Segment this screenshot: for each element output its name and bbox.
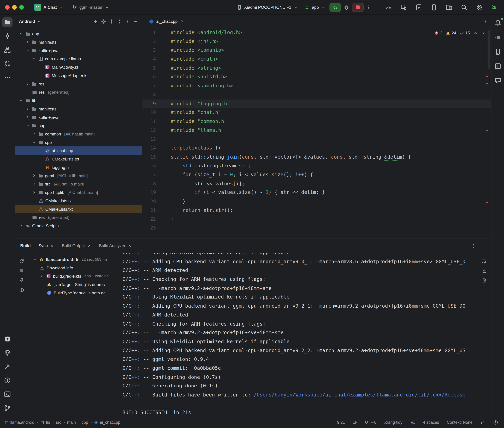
build-tree-item[interactable]: BuildType 'debug' is both de (28, 288, 120, 297)
code-line[interactable]: 10#include "chat.h" (142, 108, 491, 117)
breadcrumb-item[interactable]: lib (40, 420, 50, 425)
code-line[interactable]: 22} (142, 215, 491, 224)
app-insights-button[interactable] (493, 76, 503, 85)
read-write-lock-icon[interactable] (480, 420, 485, 425)
formatter-widget-icon[interactable] (410, 420, 415, 425)
chevron-right-icon[interactable] (25, 82, 30, 86)
soft-wrap-icon[interactable] (481, 258, 487, 264)
code-line[interactable]: 23 (142, 224, 491, 233)
chevron-right-icon[interactable] (32, 132, 36, 136)
code-line[interactable]: 2#include <jni.h> (142, 37, 491, 46)
code-line[interactable]: 8 (142, 91, 491, 99)
todo-tool-button[interactable] (2, 334, 13, 344)
project-tree-item[interactable]: cpp (15, 138, 142, 147)
collapse-all-icon[interactable] (117, 19, 122, 24)
select-opened-file-icon[interactable] (101, 19, 106, 24)
code-line[interactable]: 21 return str.str(); (142, 206, 491, 215)
project-tree-item[interactable]: kotlin+java (15, 46, 142, 55)
warning-count[interactable]: 24 (446, 31, 456, 35)
breadcrumb-item[interactable]: llama.android (4, 420, 34, 425)
project-tree-item[interactable]: CMakeLists.txt (15, 205, 142, 213)
studio-bot-button[interactable] (490, 3, 499, 12)
chevron-right-icon[interactable] (32, 182, 36, 186)
code-line[interactable]: 19 if (i < values.size() - 1) { str << d… (142, 188, 491, 197)
line-number[interactable]: 9 (142, 99, 156, 108)
logcat-button[interactable] (414, 3, 423, 12)
terminal-tool-button[interactable] (2, 389, 13, 399)
zoom-window-button[interactable] (19, 5, 24, 9)
run-more-actions-button[interactable] (365, 4, 372, 11)
pull-requests-tool-button[interactable] (2, 59, 13, 68)
code-line[interactable]: 20 } (142, 197, 491, 206)
project-tree-item[interactable]: CMakeLists.txt (15, 155, 142, 163)
settings-button[interactable] (475, 3, 484, 12)
line-number[interactable]: 15 (142, 153, 156, 162)
line-number[interactable]: 17 (142, 170, 156, 179)
line-number[interactable]: 12 (142, 126, 156, 135)
build-tab[interactable]: Build Output (62, 243, 91, 248)
search-everywhere-button[interactable] (460, 3, 469, 12)
line-number[interactable]: 21 (142, 206, 156, 215)
clear-console-icon[interactable] (481, 278, 487, 283)
commit-tool-button[interactable] (2, 31, 13, 41)
project-tree-item[interactable]: ggml[AiChat.lib.main] (15, 172, 142, 180)
build-tree-item[interactable]: 'jvmTarget: String' is deprec (28, 280, 120, 288)
structure-tool-button[interactable] (2, 45, 13, 54)
caret-position[interactable]: 9:21 (337, 420, 345, 425)
indent-setting[interactable]: 4 spaces (423, 420, 439, 425)
project-view-selector[interactable]: Android (19, 19, 35, 24)
line-number[interactable]: 18 (142, 179, 156, 188)
project-tool-button[interactable] (2, 17, 13, 27)
stop-sync-icon[interactable] (19, 268, 24, 273)
panel-options-icon[interactable] (125, 19, 130, 24)
code-style-config[interactable]: .clang-tidy (384, 420, 402, 425)
profiler-button[interactable] (384, 3, 393, 12)
editor-tab[interactable]: C+ ai_chat.cpp (145, 15, 187, 28)
code-line[interactable]: 11#include "common.h" (142, 117, 491, 126)
line-number[interactable]: 22 (142, 215, 156, 224)
problems-tool-button[interactable] (2, 376, 13, 385)
project-tree-item[interactable]: manifests (15, 38, 142, 46)
error-stripe-mark[interactable] (486, 76, 488, 77)
project-tree-item[interactable]: com.example.llama (15, 55, 142, 63)
chevron-down-icon[interactable] (25, 123, 30, 128)
chevron-down-icon[interactable] (19, 32, 24, 36)
code-line[interactable]: 9#include "logging.h" (142, 99, 491, 108)
breadcrumb-item[interactable]: src (56, 420, 61, 425)
project-tree-item[interactable]: Gradle Scripts (15, 222, 142, 230)
file-encoding[interactable]: UTF-8 (365, 420, 376, 425)
filter-icon[interactable] (19, 287, 24, 293)
device-manager-button[interactable] (429, 3, 438, 12)
device-explorer-button[interactable] (493, 47, 503, 57)
pin-icon[interactable] (19, 278, 24, 283)
dependencies-tool-button[interactable] (2, 348, 13, 358)
error-stripe-mark[interactable] (486, 83, 488, 84)
project-widget[interactable]: AC AiChat (32, 2, 66, 12)
close-icon[interactable] (50, 244, 54, 248)
line-number[interactable]: 1 (142, 28, 156, 37)
build-tab[interactable]: Build Analyzer (99, 243, 132, 248)
project-tree-item[interactable]: kotlin+java (15, 113, 142, 121)
build-tree-item[interactable]: Download info (28, 263, 120, 272)
line-number[interactable]: 16 (142, 162, 156, 170)
project-tree-item[interactable]: cpp-httplib[AiChat.lib.main] (15, 188, 142, 197)
chevron-down-icon[interactable] (37, 19, 41, 24)
code-line[interactable]: 18 str << values[i]; (142, 179, 491, 188)
line-number[interactable]: 13 (142, 135, 156, 144)
console-link[interactable]: /Users/hanyin/Workspace/ai-chat/examples… (254, 392, 466, 398)
debug-button[interactable] (342, 3, 351, 11)
app-inspection-button[interactable] (399, 3, 408, 12)
line-number[interactable]: 4 (142, 55, 156, 64)
chevron-right-icon[interactable] (32, 190, 36, 195)
chevron-right-icon[interactable] (25, 115, 30, 119)
line-number[interactable]: 11 (142, 117, 156, 126)
project-tree-item[interactable]: C+ai_chat.cpp (15, 147, 142, 155)
code-line[interactable]: 12#include "llama.h" (142, 126, 491, 135)
project-tree-item[interactable]: cpp (15, 121, 142, 130)
project-tree-item[interactable]: app (15, 29, 142, 38)
error-stripe-mark[interactable] (486, 202, 488, 203)
line-number[interactable]: 2 (142, 37, 156, 46)
code-line[interactable]: 6#include <unistd.h> (142, 73, 491, 82)
breadcrumb-item[interactable]: cpp (82, 420, 88, 425)
line-number[interactable]: 8 (142, 91, 156, 99)
